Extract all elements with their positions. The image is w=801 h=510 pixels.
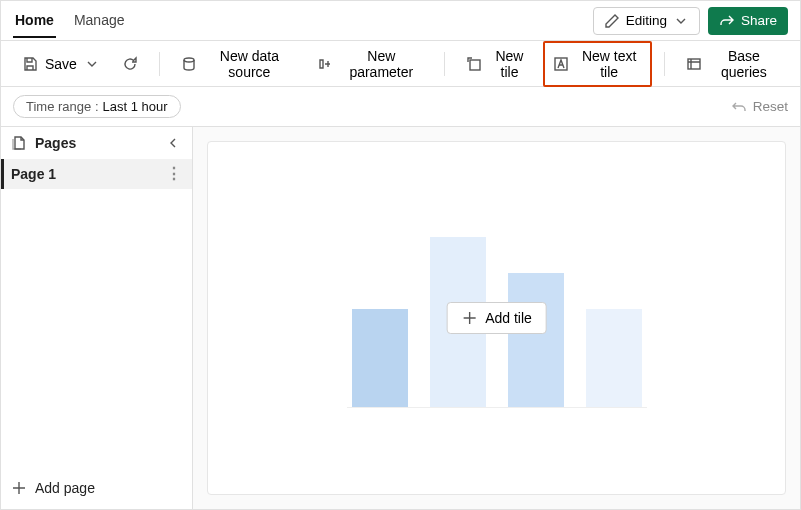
refresh-icon xyxy=(122,56,138,72)
text-tile-icon xyxy=(553,56,569,72)
plus-icon xyxy=(461,310,477,326)
canvas-wrap: Add tile xyxy=(193,127,800,509)
new-tile-label: New tile xyxy=(489,48,531,80)
page-list: Page 1 ⋮ xyxy=(1,159,192,470)
editing-label: Editing xyxy=(626,13,667,28)
tab-home[interactable]: Home xyxy=(13,4,56,38)
database-icon xyxy=(181,56,197,72)
tab-manage[interactable]: Manage xyxy=(72,4,127,38)
new-parameter-label: New parameter xyxy=(340,48,423,80)
app-root: Home Manage Editing Share xyxy=(0,0,801,510)
new-parameter-button[interactable]: New parameter xyxy=(308,41,432,87)
parameter-icon xyxy=(317,56,333,72)
more-icon[interactable]: ⋮ xyxy=(166,166,182,182)
editing-button[interactable]: Editing xyxy=(593,7,700,35)
divider xyxy=(159,52,160,76)
sidebar-footer: Add page xyxy=(1,470,192,509)
time-range-pill[interactable]: Time range : Last 1 hour xyxy=(13,95,181,118)
sidebar: Pages Page 1 ⋮ Add page xyxy=(1,127,193,509)
chart-bar xyxy=(508,273,564,407)
undo-icon xyxy=(731,99,747,115)
new-data-source-button[interactable]: New data source xyxy=(172,41,304,87)
new-data-source-label: New data source xyxy=(204,48,295,80)
pencil-icon xyxy=(604,13,620,29)
add-page-button[interactable]: Add page xyxy=(11,480,95,496)
svg-rect-3 xyxy=(688,59,700,69)
base-queries-label: Base queries xyxy=(709,48,779,80)
svg-rect-1 xyxy=(470,60,480,70)
page-label: Page 1 xyxy=(11,166,56,182)
new-text-tile-button[interactable]: New text tile xyxy=(543,41,651,87)
chart-bar xyxy=(352,309,408,407)
chevron-down-icon xyxy=(673,13,689,29)
svg-point-0 xyxy=(184,58,194,62)
body: Pages Page 1 ⋮ Add page xyxy=(1,127,800,509)
toolbar: Save New data source New parameter xyxy=(1,41,800,87)
save-label: Save xyxy=(45,56,77,72)
base-queries-button[interactable]: Base queries xyxy=(677,41,788,87)
refresh-button[interactable] xyxy=(113,49,147,79)
reset-button[interactable]: Reset xyxy=(731,99,788,115)
add-tile-label: Add tile xyxy=(485,310,532,326)
pages-icon xyxy=(11,135,27,151)
divider xyxy=(664,52,665,76)
tab-bar: Home Manage Editing Share xyxy=(1,1,800,41)
save-icon xyxy=(22,56,38,72)
plus-icon xyxy=(11,480,27,496)
sidebar-title: Pages xyxy=(35,135,158,151)
save-button[interactable]: Save xyxy=(13,49,109,79)
new-tile-button[interactable]: New tile xyxy=(457,41,540,87)
canvas[interactable]: Add tile xyxy=(207,141,786,495)
tile-icon xyxy=(466,56,482,72)
time-range-value: Last 1 hour xyxy=(103,99,168,114)
chevron-left-icon[interactable] xyxy=(166,135,182,151)
share-button[interactable]: Share xyxy=(708,7,788,35)
share-icon xyxy=(719,13,735,29)
add-page-label: Add page xyxy=(35,480,95,496)
tabs: Home Manage xyxy=(13,4,593,38)
reset-label: Reset xyxy=(753,99,788,114)
toolbar-group-save: Save xyxy=(13,49,147,79)
sub-bar: Time range : Last 1 hour Reset xyxy=(1,87,800,127)
chart-bar xyxy=(586,309,642,407)
queries-icon xyxy=(686,56,702,72)
time-range-label: Time range : xyxy=(26,99,99,114)
share-label: Share xyxy=(741,13,777,28)
new-text-tile-label: New text tile xyxy=(576,48,641,80)
add-tile-button[interactable]: Add tile xyxy=(446,302,547,334)
sidebar-item-page-1[interactable]: Page 1 ⋮ xyxy=(1,159,192,189)
divider xyxy=(444,52,445,76)
placeholder-chart: Add tile xyxy=(347,218,647,418)
chevron-down-icon xyxy=(84,56,100,72)
tabbar-right: Editing Share xyxy=(593,7,788,35)
sidebar-header: Pages xyxy=(1,127,192,159)
